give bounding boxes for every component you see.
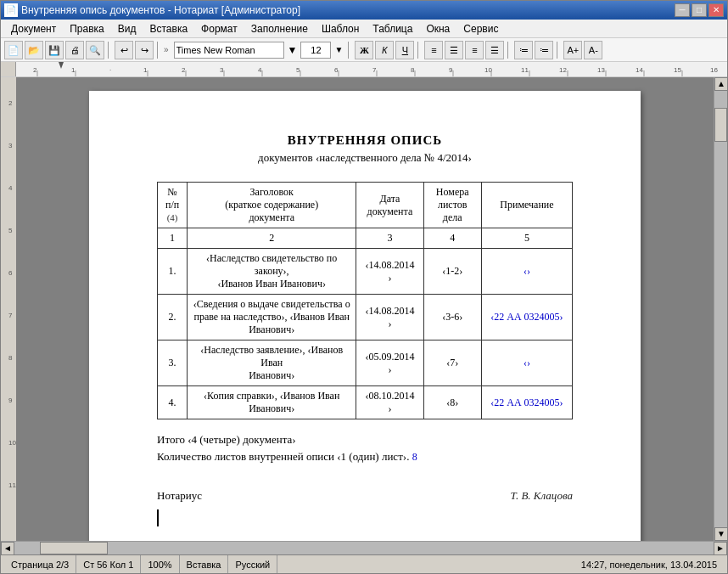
align-center-button[interactable]: ☰ — [445, 41, 463, 59]
close-button[interactable]: ✕ — [708, 3, 724, 17]
minimize-button[interactable]: ─ — [675, 3, 690, 17]
h-scroll-thumb[interactable] — [40, 542, 108, 554]
scroll-left-button[interactable]: ◄ — [1, 542, 14, 555]
subh-4: 4 — [423, 228, 481, 249]
footer-sheets: Количество листов внутренней описи ‹1 (о… — [157, 450, 573, 464]
align-justify-button[interactable]: ☰ — [485, 41, 504, 59]
num-list-button[interactable]: ≔ — [535, 41, 553, 59]
font-size-input[interactable] — [300, 42, 331, 59]
svg-text:2: 2 — [8, 99, 13, 107]
horizontal-ruler: 2 1 · 1 2 3 4 5 6 7 8 9 10 11 12 13 14 — [16, 62, 727, 76]
font-size-down[interactable]: A- — [584, 41, 602, 59]
row2-num: 2. — [158, 295, 188, 340]
row1-pages: ‹1-2› — [423, 249, 481, 295]
main-window: 📄 Внутренняя опись документов - Нотариат… — [0, 0, 728, 574]
svg-text:14: 14 — [636, 66, 643, 74]
row3-num: 3. — [158, 340, 188, 386]
toolbar1: 📄 📂 💾 🖨 🔍 ↩ ↪ » ▼ ▼ Ж К Ч ≡ ☰ ≡ ☰ ≔ ≔ A+… — [1, 38, 727, 62]
svg-text:15: 15 — [674, 66, 681, 74]
preview-button[interactable]: 🔍 — [86, 41, 104, 59]
notary-signature: Т. В. Клацова — [510, 489, 573, 503]
notary-label: Нотариус — [157, 489, 202, 503]
toolbar-sep3 — [348, 42, 351, 59]
font-select[interactable] — [174, 42, 284, 59]
svg-text:9: 9 — [449, 66, 453, 74]
align-left-button[interactable]: ≡ — [424, 41, 443, 59]
toolbar-more[interactable]: » — [164, 45, 169, 54]
scroll-right-button[interactable]: ► — [714, 542, 727, 555]
menu-view[interactable]: Вид — [111, 21, 143, 37]
svg-text:11: 11 — [521, 66, 529, 74]
status-time: 14:27, понедельник, 13.04.2015 — [574, 555, 724, 573]
row4-note: ‹22 АА 0324005› — [481, 386, 572, 419]
subh-2: 2 — [188, 228, 356, 249]
maximize-button[interactable]: □ — [692, 3, 707, 17]
th-title: Заголовок(краткое содержание)документа — [188, 183, 356, 228]
row3-date: ‹05.09.2014› — [356, 340, 423, 386]
subh-5: 5 — [481, 228, 572, 249]
horizontal-scrollbar[interactable]: ◄ ► — [1, 541, 727, 554]
menu-insert[interactable]: Вставка — [143, 21, 195, 37]
new-button[interactable]: 📄 — [4, 41, 23, 59]
svg-text:11: 11 — [8, 481, 16, 489]
main-area: 2 3 4 5 6 7 8 9 10 11 ВНУТРЕННЯЯ ОПИСЬ д… — [1, 77, 727, 541]
content-area[interactable]: ВНУТРЕННЯЯ ОПИСЬ документов ‹наследствен… — [16, 77, 714, 541]
menu-table[interactable]: Таблица — [366, 21, 419, 37]
status-lang: Русский — [228, 555, 277, 573]
svg-text:13: 13 — [597, 66, 605, 74]
bold-button[interactable]: Ж — [355, 41, 373, 59]
row4-date: ‹08.10.2014› — [356, 386, 423, 419]
h-scroll-track[interactable] — [14, 542, 714, 554]
footer-sheets-text: Количество листов внутренней описи ‹1 (о… — [157, 450, 409, 463]
svg-text:3: 3 — [8, 142, 13, 149]
menu-template[interactable]: Шаблон — [315, 21, 366, 37]
notary-section: Нотариус Т. В. Клацова — [157, 489, 573, 503]
row2-title: ‹Сведения о выдаче свидетельства оправе … — [188, 295, 356, 340]
svg-text:5: 5 — [296, 66, 300, 74]
svg-text:10: 10 — [8, 439, 16, 447]
undo-button[interactable]: ↩ — [115, 41, 133, 59]
menu-fill[interactable]: Заполнение — [244, 21, 315, 37]
scroll-thumb[interactable] — [714, 108, 727, 142]
scroll-up-button[interactable]: ▲ — [714, 77, 727, 91]
title-bar: 📄 Внутренняя опись документов - Нотариат… — [1, 1, 727, 20]
menu-bar: Документ Правка Вид Вставка Формат Запол… — [1, 20, 727, 38]
svg-text:2: 2 — [33, 66, 37, 74]
table-row: 4. ‹Копия справки›, ‹Иванов ИванИванович… — [158, 386, 573, 419]
menu-service[interactable]: Сервис — [456, 21, 505, 37]
row2-note: ‹22 АА 0324005› — [481, 295, 572, 340]
vertical-scrollbar[interactable]: ▲ ▼ — [714, 77, 727, 541]
table-row: 2. ‹Сведения о выдаче свидетельства опра… — [158, 295, 573, 340]
open-button[interactable]: 📂 — [25, 41, 43, 59]
scroll-down-button[interactable]: ▼ — [714, 527, 727, 541]
print-button[interactable]: 🖨 — [65, 41, 84, 59]
list-button[interactable]: ≔ — [514, 41, 533, 59]
font-size-up[interactable]: A+ — [563, 41, 582, 59]
svg-text:6: 6 — [334, 66, 339, 74]
svg-text:·: · — [109, 66, 111, 74]
redo-button[interactable]: ↪ — [135, 41, 154, 59]
row3-note: ‹› — [481, 340, 572, 386]
row4-title: ‹Копия справки›, ‹Иванов ИванИванович› — [188, 386, 356, 419]
status-mode: Вставка — [180, 555, 229, 573]
subh-3: 3 — [356, 228, 423, 249]
table-row: 1. ‹Наследство свидетельство по закону›,… — [158, 249, 573, 295]
row1-note: ‹› — [481, 249, 572, 295]
menu-format[interactable]: Формат — [194, 21, 244, 37]
svg-text:16: 16 — [710, 66, 718, 74]
toolbar-sep5 — [507, 42, 511, 59]
row1-date: ‹14.08.2014› — [356, 249, 423, 295]
scroll-track[interactable] — [714, 91, 727, 527]
menu-edit[interactable]: Правка — [63, 21, 111, 37]
save-button[interactable]: 💾 — [45, 41, 64, 59]
row3-title: ‹Наследство заявление›, ‹Иванов ИванИван… — [188, 340, 356, 386]
row1-title: ‹Наследство свидетельство по закону›,‹Ив… — [188, 249, 356, 295]
font-size-dropdown[interactable]: ▼ — [334, 45, 343, 54]
menu-windows[interactable]: Окна — [419, 21, 456, 37]
menu-document[interactable]: Документ — [4, 21, 63, 37]
align-right-button[interactable]: ≡ — [465, 41, 484, 59]
svg-text:4: 4 — [8, 184, 13, 192]
underline-button[interactable]: Ч — [395, 41, 414, 59]
italic-button[interactable]: К — [375, 41, 394, 59]
svg-text:5: 5 — [8, 227, 13, 234]
